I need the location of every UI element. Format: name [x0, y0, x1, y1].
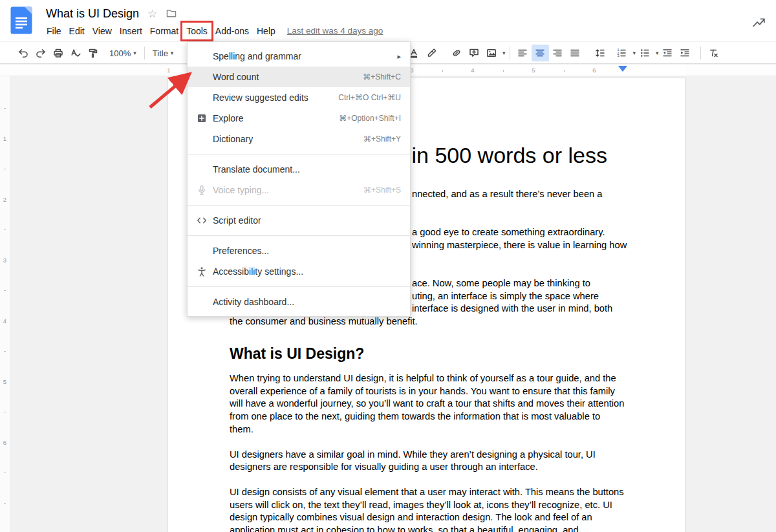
- chevron-down-icon: ▾: [502, 50, 506, 56]
- justify-button[interactable]: [566, 45, 584, 61]
- menu-item-label: Explore: [213, 113, 243, 123]
- vertical-ruler: 123456: [0, 76, 10, 532]
- align-center-button[interactable]: [532, 45, 549, 61]
- ruler-tick: [4, 229, 6, 230]
- chevron-down-icon: ▾: [171, 50, 174, 56]
- ruler-number: 2: [0, 196, 10, 203]
- menubar-item-format[interactable]: Format: [146, 23, 182, 39]
- mic-icon: [196, 184, 213, 196]
- ruler-tick: [4, 412, 6, 412]
- paint-format-button[interactable]: [84, 45, 102, 61]
- code-icon: [196, 215, 213, 226]
- numbered-list-button[interactable]: 1.2.3.: [613, 45, 630, 61]
- decrease-indent-button[interactable]: [659, 45, 676, 61]
- print-button[interactable]: [49, 45, 67, 61]
- menu-item-activity-dashboard[interactable]: Activity dashboard...: [188, 292, 410, 312]
- menu-divider: [188, 235, 410, 236]
- menubar-item-view[interactable]: View: [89, 23, 116, 39]
- menubar: FileEditViewInsertFormatToolsAdd-onsHelp…: [43, 23, 383, 39]
- docs-logo[interactable]: [10, 6, 32, 34]
- menu-item-label: Script editor: [213, 215, 261, 226]
- clear-formatting-button[interactable]: [705, 45, 722, 61]
- menu-item-shortcut: ⌘+Shift+S: [363, 186, 401, 195]
- insert-image-button[interactable]: [482, 45, 500, 61]
- zoom-select[interactable]: 100%▾: [105, 45, 140, 61]
- menu-item-review-suggested-edits[interactable]: Review suggested editsCtrl+⌘O Ctrl+⌘U: [188, 87, 410, 108]
- menu-item-shortcut: ⌘+Option+Shift+I: [339, 114, 401, 123]
- document-title[interactable]: What is UI Design: [46, 7, 139, 21]
- menu-item-spelling-and-grammar[interactable]: Spelling and grammar▸: [188, 46, 410, 67]
- ruler-number: 5: [532, 67, 535, 74]
- link-icon: [451, 47, 462, 59]
- star-icon[interactable]: ☆: [147, 8, 157, 19]
- insert-link-button[interactable]: [447, 45, 465, 61]
- line-spacing-button[interactable]: [592, 45, 609, 61]
- menu-item-label: Spelling and grammar: [213, 51, 301, 61]
- menu-item-label: Word count: [213, 72, 259, 82]
- menu-item-label: Activity dashboard...: [213, 297, 294, 307]
- highlight-color-button[interactable]: [422, 45, 440, 61]
- menu-item-script-editor[interactable]: Script editor: [188, 210, 410, 231]
- spellcheck-icon: [70, 47, 81, 59]
- toolbar-separator: [144, 47, 145, 59]
- mic-icon: [196, 184, 208, 196]
- numbered-list-button-group: 1.2.3.▾: [613, 45, 636, 61]
- menu-item-word-count[interactable]: Word count⌘+Shift+C: [188, 67, 410, 87]
- menu-item-label: Translate document...: [213, 164, 300, 175]
- ruler-number: 3: [410, 67, 413, 74]
- menubar-item-help[interactable]: Help: [253, 23, 279, 39]
- accessibility-icon: [196, 266, 208, 277]
- ruler-number: 1: [167, 67, 170, 74]
- ruler-tick: [4, 290, 6, 291]
- last-edit-link[interactable]: Last edit was 4 days ago: [287, 23, 383, 39]
- toolbar-right-group: ▾1.2.3.▾▾: [405, 45, 722, 61]
- toolbar-separator: [700, 47, 701, 59]
- menu-item-accessibility-settings[interactable]: Accessibility settings...: [188, 261, 410, 282]
- styles-select-value: Title: [153, 48, 168, 58]
- ruler-number: 4: [0, 317, 10, 325]
- explore-icon: [196, 112, 213, 124]
- ruler-number: 3: [0, 257, 10, 264]
- align-left-button[interactable]: [514, 45, 532, 61]
- menu-item-preferences[interactable]: Preferences...: [188, 240, 410, 261]
- folder-icon[interactable]: [166, 8, 177, 19]
- undo-button[interactable]: [14, 45, 32, 61]
- outdent-icon: [662, 47, 673, 59]
- menubar-item-tools[interactable]: Tools: [182, 23, 211, 39]
- highlight-icon: [426, 47, 437, 59]
- menu-item-translate-document[interactable]: Translate document...: [188, 159, 410, 180]
- menu-item-shortcut: Ctrl+⌘O Ctrl+⌘U: [338, 93, 401, 102]
- insert-comment-button[interactable]: [465, 45, 482, 61]
- clear-format-icon: [707, 47, 719, 59]
- menubar-item-file[interactable]: File: [43, 23, 65, 39]
- ruler-tick: [4, 503, 6, 504]
- align-right-button[interactable]: [549, 45, 566, 61]
- accessibility-icon: [196, 266, 213, 277]
- comment-icon: [468, 47, 480, 59]
- ruler-number: 5: [0, 378, 10, 385]
- spelling-check-button[interactable]: [67, 45, 84, 61]
- right-indent-marker-icon[interactable]: [618, 66, 627, 72]
- ruler-tick: [503, 70, 504, 72]
- menu-divider: [188, 205, 410, 206]
- menubar-item-add-ons[interactable]: Add-ons: [211, 23, 253, 39]
- increase-indent-button[interactable]: [676, 45, 694, 61]
- redo-button[interactable]: [32, 45, 49, 61]
- align-center-icon: [534, 47, 546, 59]
- menu-item-label: Accessibility settings...: [213, 266, 303, 277]
- titlebar: What is UI Design ☆ FileEditViewInsertFo…: [0, 0, 776, 41]
- image-icon: [486, 47, 497, 59]
- menubar-item-insert[interactable]: Insert: [116, 23, 146, 39]
- menu-item-explore[interactable]: Explore⌘+Option+Shift+I: [188, 108, 410, 129]
- menu-item-label: Review suggested edits: [213, 92, 308, 103]
- styles-select[interactable]: Title▾: [149, 45, 178, 61]
- chevron-down-icon: ▾: [656, 50, 659, 56]
- menu-item-dictionary[interactable]: Dictionary⌘+Shift+Y: [188, 129, 410, 149]
- bullet-list-button[interactable]: [636, 45, 653, 61]
- menubar-item-edit[interactable]: Edit: [65, 23, 89, 39]
- menu-item-voice-typing[interactable]: Voice typing...⌘+Shift+S: [188, 180, 410, 200]
- print-icon: [52, 47, 64, 59]
- ruler-number: 6: [592, 67, 596, 74]
- activity-trend-icon[interactable]: [751, 15, 766, 29]
- line-spacing-icon: [594, 47, 606, 59]
